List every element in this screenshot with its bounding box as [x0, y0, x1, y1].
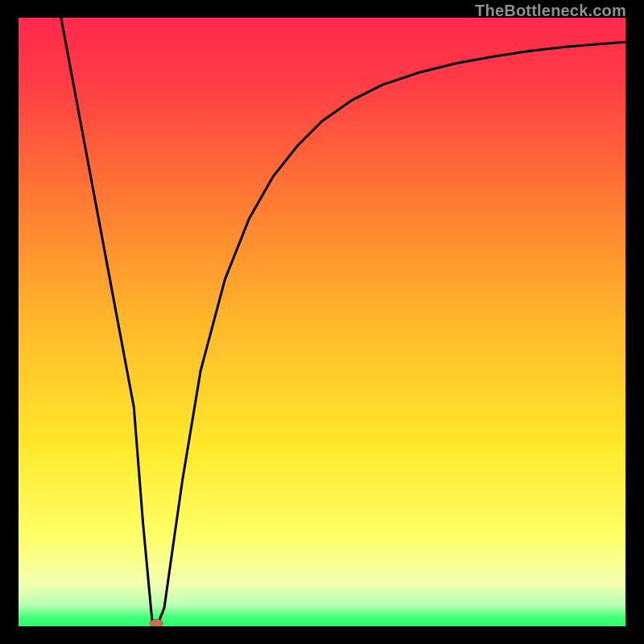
chart-frame: [19, 18, 625, 626]
gradient-background: [19, 18, 625, 626]
optimal-point-marker: [150, 619, 163, 626]
watermark-text: TheBottleneck.com: [475, 2, 626, 20]
bottleneck-chart: [19, 18, 625, 626]
